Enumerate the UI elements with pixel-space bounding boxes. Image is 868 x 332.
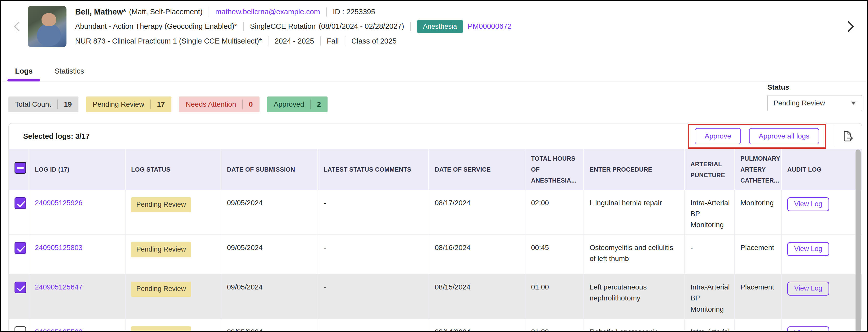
select-all-checkbox[interactable] bbox=[14, 162, 26, 174]
chevron-right-icon bbox=[843, 19, 857, 34]
total-hours-cell: 00:45 bbox=[525, 235, 584, 274]
table-row: 240905125803 Pending Review 09/05/2024 -… bbox=[9, 235, 862, 274]
view-log-button[interactable]: View Log bbox=[787, 326, 829, 331]
student-email-link[interactable]: mathew.bellcrna@example.com bbox=[215, 8, 320, 16]
clinical-site: Abundant - Action Therapy (Geocoding Ena… bbox=[75, 22, 237, 31]
divider bbox=[326, 7, 327, 16]
badge-count: 0 bbox=[249, 100, 253, 108]
approve-button[interactable]: Approve bbox=[695, 128, 741, 144]
summary-and-filter-row: Total Count19 Pending Review17 Needs Att… bbox=[8, 82, 862, 123]
log-status-badge: Pending Review bbox=[131, 242, 191, 257]
divider bbox=[150, 100, 151, 109]
divider bbox=[57, 100, 58, 109]
latest-status-comments-cell: - bbox=[318, 190, 429, 235]
chevron-down-icon bbox=[851, 102, 856, 105]
log-id-link[interactable]: 240905125803 bbox=[35, 244, 83, 252]
status-filter-select[interactable]: Pending Review bbox=[767, 95, 862, 111]
procedure-cell: L inguinal hernia repair bbox=[584, 190, 685, 235]
divider bbox=[345, 36, 345, 45]
badge-count: 17 bbox=[157, 100, 165, 108]
column-arterial-puncture: ARTERIAL PUNCTURE bbox=[685, 149, 735, 190]
badge-label: Needs Attention bbox=[186, 100, 236, 108]
export-logs-button[interactable] bbox=[841, 130, 854, 143]
divider bbox=[465, 22, 466, 31]
latest-status-comments-cell: - bbox=[318, 274, 429, 319]
date-of-submission-cell: 09/05/2024 bbox=[221, 274, 318, 319]
badge-label: Approved bbox=[274, 100, 304, 108]
student-id: ID : 2253395 bbox=[333, 8, 375, 16]
pulmonary-artery-catheter-cell: Monitoring bbox=[735, 190, 782, 235]
badge-label: Total Count bbox=[15, 100, 51, 108]
badge-label: Pending Review bbox=[93, 100, 144, 108]
date-of-service-cell: 08/14/2024 bbox=[429, 319, 525, 331]
total-hours-cell: 02:00 bbox=[525, 190, 584, 235]
placement-id-link[interactable]: PM00000672 bbox=[468, 22, 512, 31]
student-profile-header: Bell, Mathew* (Matt, Self-Placement) mat… bbox=[8, 6, 859, 47]
date-of-submission-cell: 09/05/2024 bbox=[221, 319, 318, 331]
rotation-name: SingleCCE Rotation bbox=[250, 22, 316, 31]
arterial-puncture-cell: Intra-Arterial BP Monitoring bbox=[685, 319, 735, 331]
previous-student-button[interactable] bbox=[8, 12, 26, 40]
procedure-text: Left percutaneous nephrolithotomy bbox=[590, 283, 647, 302]
log-status-badge: Pending Review bbox=[131, 326, 191, 331]
logs-toolbar: Selected logs: 3/17 Approve Approve all … bbox=[9, 124, 862, 149]
column-enter-procedure: ENTER PROCEDURE bbox=[584, 149, 685, 190]
student-name: Bell, Mathew* bbox=[75, 7, 126, 16]
table-row: 240905125926 Pending Review 09/05/2024 -… bbox=[9, 190, 862, 235]
pulmonary-artery-catheter-cell: Placement bbox=[735, 235, 782, 274]
total-hours-cell: 01:29 bbox=[525, 319, 584, 331]
row-checkbox[interactable] bbox=[14, 197, 26, 209]
tab-logs[interactable]: Logs bbox=[7, 63, 40, 81]
divider bbox=[243, 22, 244, 31]
procedure-text: Robotic Laparoscopic hysterectomy, bilat… bbox=[590, 328, 660, 331]
column-date-of-service: DATE OF SERVICE bbox=[429, 149, 525, 190]
view-log-button[interactable]: View Log bbox=[787, 242, 829, 256]
date-of-service-cell: 08/15/2024 bbox=[429, 274, 525, 319]
row-checkbox[interactable] bbox=[14, 242, 26, 254]
selected-logs-count: Selected logs: 3/17 bbox=[23, 132, 90, 140]
divider bbox=[242, 100, 243, 109]
specialty-badge: Anesthesia bbox=[417, 20, 463, 33]
tab-statistics[interactable]: Statistics bbox=[47, 63, 92, 81]
student-alias: (Matt, Self-Placement) bbox=[129, 8, 203, 16]
table-header-row: LOG ID (17) LOG STATUS DATE OF SUBMISSIO… bbox=[9, 149, 862, 190]
header-checkbox-cell bbox=[9, 149, 29, 190]
next-student-button[interactable] bbox=[841, 12, 859, 40]
row-checkbox[interactable] bbox=[14, 326, 26, 331]
logs-table-card: Selected logs: 3/17 Approve Approve all … bbox=[8, 123, 862, 331]
view-log-button[interactable]: View Log bbox=[787, 281, 829, 296]
approved-badge: Approved2 bbox=[267, 97, 328, 112]
divider bbox=[310, 100, 311, 109]
divider bbox=[268, 36, 269, 45]
status-filter-label: Status bbox=[767, 83, 862, 91]
class-of: Class of 2025 bbox=[351, 37, 397, 45]
log-id-link[interactable]: 240905125647 bbox=[35, 283, 83, 291]
arterial-puncture-cell: Intra-Arterial BP Monitoring bbox=[685, 190, 735, 235]
pending-review-badge: Pending Review17 bbox=[86, 97, 172, 112]
academic-year: 2024 - 2025 bbox=[275, 37, 314, 45]
table-row: 240905125523 Pending Review 09/05/2024 -… bbox=[9, 319, 862, 331]
divider bbox=[320, 36, 321, 45]
course-name: NUR 873 - Clinical Practicum 1 (Single C… bbox=[75, 37, 262, 45]
column-audit-log: AUDIT LOG bbox=[782, 149, 862, 190]
view-log-button[interactable]: View Log bbox=[787, 197, 829, 211]
row-checkbox[interactable] bbox=[14, 281, 26, 293]
needs-attention-badge: Needs Attention0 bbox=[179, 97, 259, 112]
log-id-link[interactable]: 240905125523 bbox=[35, 328, 83, 331]
date-of-submission-cell: 09/05/2024 bbox=[221, 190, 318, 235]
approve-all-logs-button[interactable]: Approve all logs bbox=[749, 128, 819, 144]
term: Fall bbox=[327, 37, 339, 45]
vertical-scrollbar[interactable] bbox=[856, 150, 861, 331]
date-of-service-cell: 08/16/2024 bbox=[429, 235, 525, 274]
student-avatar bbox=[28, 6, 66, 47]
status-filter: Status Pending Review bbox=[767, 83, 862, 111]
log-id-link[interactable]: 240905125926 bbox=[35, 199, 83, 207]
total-count-badge: Total Count19 bbox=[8, 97, 79, 112]
divider bbox=[209, 7, 209, 16]
latest-status-comments-cell: - bbox=[318, 235, 429, 274]
app-window: Bell, Mathew* (Matt, Self-Placement) mat… bbox=[0, 0, 868, 332]
pulmonary-artery-catheter-cell: Placement bbox=[735, 274, 782, 319]
arterial-puncture-cell: Intra-Arterial BP Monitoring bbox=[685, 274, 735, 319]
badge-count: 19 bbox=[64, 100, 72, 108]
status-filter-value: Pending Review bbox=[774, 99, 825, 107]
